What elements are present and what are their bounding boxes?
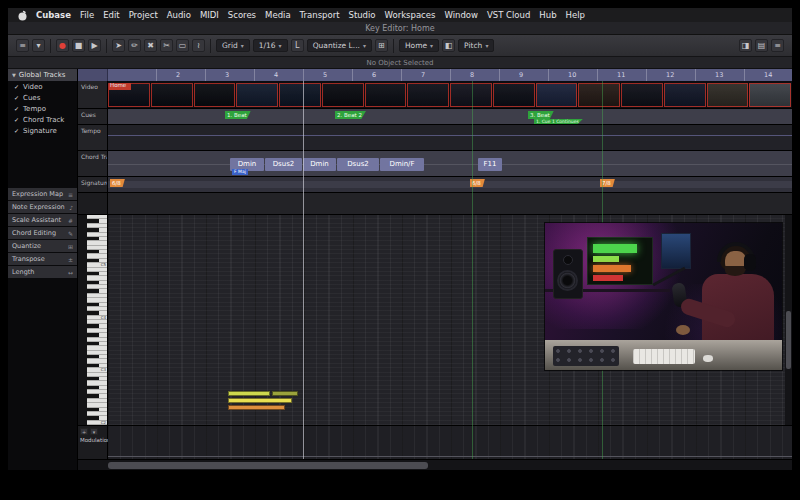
global-track-toggle-chord-track[interactable]: ✓Chord Track xyxy=(8,114,77,125)
tempo-track-label[interactable]: Tempo xyxy=(78,125,108,150)
chord-event[interactable]: Dmin/F xyxy=(380,158,424,171)
stop-icon[interactable]: ■ xyxy=(72,39,85,52)
lane-menu-icon[interactable]: ▾ xyxy=(90,428,98,435)
menu-item-file[interactable]: File xyxy=(80,8,94,22)
video-track-lane[interactable] xyxy=(108,81,792,108)
length-quantize-button[interactable]: L xyxy=(291,39,304,52)
record-icon[interactable]: ● xyxy=(56,39,69,52)
inspector-section-note-expression[interactable]: Note Expression♪ xyxy=(8,201,77,213)
glue-tool-icon[interactable]: ▭ xyxy=(176,39,189,52)
pitch-visibility-select[interactable]: Pitch▾ xyxy=(458,39,494,52)
cue-marker[interactable]: 2. Beat 2 xyxy=(335,111,366,119)
bar-number: 6 xyxy=(372,71,376,79)
cues-track-label[interactable]: Cues xyxy=(78,109,108,124)
scale-event[interactable]: F Maj xyxy=(232,169,248,175)
global-track-toggle-tempo[interactable]: ✓Tempo xyxy=(8,103,77,114)
play-icon[interactable]: ▶ xyxy=(88,39,101,52)
window-layout-icon[interactable]: ≡ xyxy=(771,39,784,52)
left-zone-toggle-icon[interactable]: ◨ xyxy=(739,39,752,52)
grid-type-select[interactable]: Grid▾ xyxy=(216,39,250,52)
quantize-mode-select[interactable]: Quantize L...▾ xyxy=(307,39,372,52)
controller-lane[interactable] xyxy=(108,426,792,459)
vertical-scrollbar[interactable] xyxy=(785,215,792,425)
apple-menu-icon[interactable] xyxy=(18,10,27,21)
grid-type-value: Grid xyxy=(222,41,238,50)
global-track-toggle-signature[interactable]: ✓Signature xyxy=(8,125,77,136)
menu-item-cubase[interactable]: Cubase xyxy=(36,8,71,22)
piano-key-black xyxy=(87,394,99,397)
global-tracks-header[interactable]: ▼ Global Tracks xyxy=(8,69,77,81)
chord-event[interactable]: F11 xyxy=(478,158,502,171)
menu-item-hub[interactable]: Hub xyxy=(539,8,556,22)
cue-marker[interactable]: 3. Beat xyxy=(528,111,554,119)
controller-lane-row: + ▾ Modulation xyxy=(78,425,792,459)
horizontal-scrollbar[interactable] xyxy=(78,459,792,470)
inspector-section-length[interactable]: Length↔ xyxy=(8,266,77,278)
cue-marker[interactable]: 1. Beat xyxy=(225,111,251,119)
signature-track-lane[interactable]: 6/86/87/8 xyxy=(108,177,792,192)
speaker-cone xyxy=(557,270,578,291)
inspector-section-expression-map[interactable]: Expression Map≡ xyxy=(8,188,77,200)
erase-tool-icon[interactable]: ✖ xyxy=(144,39,157,52)
piano-key[interactable]: C2 xyxy=(87,421,107,425)
timeline-ruler[interactable]: 234567891011121314 xyxy=(78,69,792,81)
section-label: Note Expression xyxy=(12,203,65,211)
chord-event[interactable]: Dsus2 xyxy=(265,158,302,171)
tempo-track-lane[interactable] xyxy=(108,125,792,150)
part-select[interactable]: Home▾ xyxy=(399,39,439,52)
signature-event[interactable]: 6/8 xyxy=(110,179,125,187)
midi-note[interactable] xyxy=(272,391,298,396)
setup-icon[interactable]: ≡ xyxy=(16,39,29,52)
menu-item-help[interactable]: Help xyxy=(566,8,585,22)
menu-item-midi[interactable]: MIDI xyxy=(200,8,219,22)
inspector-section-chord-editing[interactable]: Chord Editing✎ xyxy=(8,227,77,239)
menu-item-vst-cloud[interactable]: VST Cloud xyxy=(487,8,530,22)
menu-item-media[interactable]: Media xyxy=(265,8,291,22)
midi-note[interactable] xyxy=(228,391,270,396)
global-track-toggle-video[interactable]: ✓Video xyxy=(8,81,77,92)
cues-track-lane[interactable]: 1. Beat2. Beat 23. Beat1. Cue 1 Continue… xyxy=(108,109,792,124)
signature-track-label[interactable]: Signature xyxy=(78,177,108,192)
menu-item-project[interactable]: Project xyxy=(129,8,158,22)
lower-zone-toggle-icon[interactable]: ▤ xyxy=(755,39,768,52)
signature-event[interactable]: 7/8 xyxy=(600,179,615,187)
ruler-bars[interactable]: 234567891011121314 xyxy=(108,69,792,81)
menu-item-workspaces[interactable]: Workspaces xyxy=(385,8,436,22)
line-tool-icon[interactable]: ≀ xyxy=(192,39,205,52)
check-icon: ✓ xyxy=(14,94,19,101)
midi-note[interactable] xyxy=(228,398,292,403)
menu-item-edit[interactable]: Edit xyxy=(103,8,119,22)
add-lane-icon[interactable]: + xyxy=(80,428,88,435)
inspector-section-scale-assistant[interactable]: Scale Assistant# xyxy=(8,214,77,226)
window-title-bar: Key Editor: Home xyxy=(8,22,792,35)
menu-item-studio[interactable]: Studio xyxy=(348,8,375,22)
chord-event[interactable]: Dsus2 xyxy=(337,158,379,171)
select-tool-icon[interactable]: ➤ xyxy=(112,39,125,52)
menu-item-transport[interactable]: Transport xyxy=(300,8,340,22)
menu-item-window[interactable]: Window xyxy=(444,8,478,22)
menu-item-audio[interactable]: Audio xyxy=(167,8,191,22)
chord-event[interactable]: Dmin xyxy=(303,158,336,171)
menu-item-scores[interactable]: Scores xyxy=(228,8,256,22)
cue-marker-sub[interactable]: 1. Cue 1 Continues xyxy=(534,119,583,124)
global-track-toggle-cues[interactable]: ✓Cues xyxy=(8,92,77,103)
controller-lane-label[interactable]: Modulation xyxy=(80,437,107,443)
video-track-label[interactable]: Video xyxy=(78,81,108,108)
studio-monitor-screen xyxy=(587,237,653,285)
inspector-section-transpose[interactable]: Transpose± xyxy=(8,253,77,265)
midi-input-icon[interactable]: ◧ xyxy=(442,39,455,52)
signature-event[interactable]: 6/8 xyxy=(470,179,485,187)
split-tool-icon[interactable]: ✂ xyxy=(160,39,173,52)
draw-tool-icon[interactable]: ✏ xyxy=(128,39,141,52)
scrollbar-thumb[interactable] xyxy=(108,462,428,469)
inspector-section-quantize[interactable]: Quantize⊞ xyxy=(8,240,77,252)
video-thumbnail xyxy=(236,83,278,107)
chord-track-label[interactable]: Chord Track xyxy=(78,151,108,176)
midi-note[interactable] xyxy=(228,405,285,410)
dropdown-arrow-icon[interactable]: ▾ xyxy=(32,39,45,52)
chord-track-lane[interactable]: DminDsus2DminDsus2Dmin/FF11F Maj xyxy=(108,151,792,176)
iterative-quantize-icon[interactable]: ⊞ xyxy=(375,39,388,52)
quantize-select[interactable]: 1/16▾ xyxy=(253,39,288,52)
bar-number: 7 xyxy=(421,71,425,79)
scrollbar-thumb[interactable] xyxy=(786,311,791,369)
